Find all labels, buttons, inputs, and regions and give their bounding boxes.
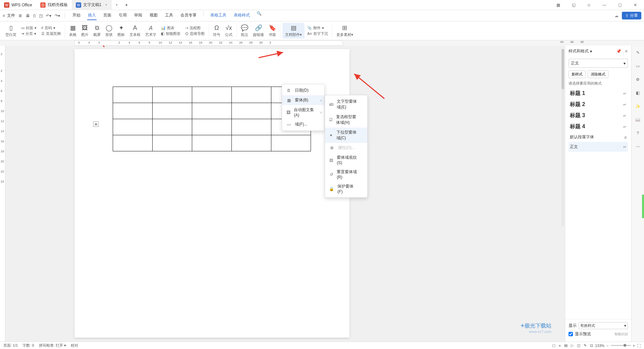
view-page-icon[interactable]: ▢ <box>552 343 555 348</box>
ribbon-attachment[interactable]: 📎附件▾ <box>307 26 328 31</box>
titlebar-avatar-icon[interactable]: ☺ <box>584 0 594 10</box>
status-spellcheck[interactable]: 拼写检查: 打开 ▾ <box>39 343 66 348</box>
rail-select-icon[interactable]: ▭ <box>634 62 642 70</box>
zoom-value[interactable]: 133% <box>595 344 604 348</box>
tab-wps-home[interactable]: W WPS Office <box>0 0 36 10</box>
ribbon-textbox[interactable]: A文本框 <box>127 24 143 37</box>
menu-item-dropdown-field[interactable]: ▾下拉型窗体域(C) <box>325 128 367 143</box>
menu-review[interactable]: 审阅 <box>133 11 143 20</box>
ribbon-cover[interactable]: ▭封面▾ <box>21 26 37 31</box>
preview-checkbox[interactable] <box>569 332 573 336</box>
view-web-icon[interactable]: ▤ <box>564 343 568 348</box>
menu-view[interactable]: 视图 <box>149 11 158 20</box>
chevron-down-icon[interactable]: ▾ <box>590 49 592 54</box>
menu-member[interactable]: 会员专享 <box>180 11 197 20</box>
qat-export-icon[interactable]: ◳ <box>39 13 43 18</box>
titlebar-cube-icon[interactable]: ◱ <box>568 0 579 10</box>
rail-book-icon[interactable]: 📖 <box>634 116 642 123</box>
window-close[interactable]: ✕ <box>630 0 641 10</box>
show-filter-select[interactable]: 有效样式▾ <box>579 322 628 329</box>
zoom-out-icon[interactable]: − <box>606 344 608 348</box>
style-item-body[interactable]: 正文↵ <box>569 142 628 152</box>
cloud-icon[interactable]: ☁ <box>614 13 619 18</box>
zoom-in-icon[interactable]: + <box>633 344 635 348</box>
menu-item-shading[interactable]: ▤窗体域底纹(S) <box>325 153 367 167</box>
window-minimize[interactable]: — <box>599 0 610 10</box>
tab-add-dropdown[interactable]: ▾ <box>122 3 131 7</box>
ribbon-screenshot[interactable]: ⧉截屏 <box>91 24 103 37</box>
rail-help-icon[interactable]: ? <box>634 130 642 137</box>
vertical-scrollbar[interactable] <box>561 49 564 227</box>
style-item-h4[interactable]: 标题 4↵ <box>569 121 628 132</box>
share-button[interactable]: ⇪ 分享 <box>622 12 641 19</box>
zoom-control[interactable]: ⊡ 133% − + ⛶ <box>590 343 641 348</box>
ribbon-table[interactable]: ▦表格 <box>67 24 78 37</box>
menu-tools[interactable]: 工具 <box>164 11 174 20</box>
status-words[interactable]: 字数: 0 <box>22 343 34 348</box>
ribbon-chart[interactable]: 📊图表 <box>161 26 180 31</box>
menu-item-properties[interactable]: ⚙属性(O)... <box>325 143 367 153</box>
view-draft-icon[interactable]: ◫ <box>577 343 580 348</box>
new-style-button[interactable]: 新样式 <box>569 70 586 78</box>
menu-item-date[interactable]: 🗓日期(D) <box>282 86 324 95</box>
tab-add-button[interactable]: ＋ <box>111 2 122 8</box>
fullscreen-icon[interactable]: ⛶ <box>637 344 641 348</box>
scrollbar-thumb[interactable] <box>561 49 564 89</box>
menu-table-style[interactable]: 表格样式 <box>233 11 251 20</box>
ribbon-dropcap[interactable]: A≡首字下沉 <box>307 31 328 36</box>
qat-save-icon[interactable]: 🗎 <box>18 13 22 18</box>
ribbon-doc-parts[interactable]: ▤文档部件▾ <box>282 23 305 39</box>
smart-recog-label[interactable]: 智能识别 <box>614 332 628 337</box>
ribbon-page-break[interactable]: ⇥分页▾ <box>21 31 37 36</box>
zoom-fit-icon[interactable]: ⊡ <box>590 343 593 348</box>
menu-insert[interactable]: 插入 <box>87 11 97 20</box>
menu-item-text-field[interactable]: ab文字型窗体域(E) <box>325 97 367 112</box>
document-table[interactable] <box>113 87 311 151</box>
horizontal-ruler[interactable]: 6 4 2 2 4 6 8 10 12 14 16 18 20 22 24 26… <box>74 40 343 46</box>
ribbon-picture[interactable]: 🖼图片 <box>79 24 91 37</box>
status-page[interactable]: 页面: 1/1 <box>3 343 18 348</box>
ribbon-symbol[interactable]: Ω符号 <box>211 24 222 37</box>
pin-icon[interactable]: 📌 <box>616 49 621 54</box>
ribbon-hyperlink[interactable]: 🔗超链接 <box>251 24 266 37</box>
zoom-slider-thumb[interactable] <box>624 344 626 347</box>
view-outline-icon[interactable]: ≡ <box>559 344 561 348</box>
style-item-h3[interactable]: 标题 3↵ <box>569 110 628 121</box>
menu-table-tools[interactable]: 表格工具 <box>210 11 227 20</box>
ribbon-blank-page[interactable]: ▯空白页 <box>3 24 18 37</box>
menu-item-reset[interactable]: ↺重置窗体域(R) <box>325 167 367 182</box>
qat-redo-icon[interactable]: ↷▾ <box>55 13 60 18</box>
ribbon-icon[interactable]: ✦图标 <box>115 24 127 37</box>
view-split-icon[interactable]: ✎ <box>584 343 587 348</box>
ribbon-shape[interactable]: ◯形状 <box>103 24 115 37</box>
rail-settings-icon[interactable]: ⚙ <box>634 76 642 83</box>
ribbon-flowchart[interactable]: ⇢流程图 <box>185 26 205 31</box>
vertical-ruler[interactable]: 2 2 4 6 8 10 12 14 16 18 20 22 24 <box>0 46 5 342</box>
ribbon-equation[interactable]: √x公式 <box>223 24 234 37</box>
zoom-slider[interactable] <box>611 345 631 346</box>
rail-effects-icon[interactable]: ✨ <box>634 103 642 110</box>
menu-item-form[interactable]: ▦窗体(B)› <box>282 95 324 105</box>
rail-pencil-icon[interactable]: ✎ <box>634 49 642 56</box>
qat-undo-icon[interactable]: ↶▾ <box>46 13 51 18</box>
ribbon-mindmap[interactable]: ⌬思维导图 <box>185 31 205 36</box>
menu-item-field[interactable]: ▭域(F)... <box>282 119 324 129</box>
document-canvas[interactable]: ✥ 🗓日期(D) ▦窗体(B)› 🖼自动图文集(A)› ▭域(F)... ab文… <box>5 46 565 342</box>
ribbon-bookmark[interactable]: 🔖书签 <box>267 24 278 37</box>
status-proof[interactable]: 校对 <box>71 343 78 348</box>
ribbon-more[interactable]: ⊞更多素材▾ <box>334 24 355 37</box>
ribbon-wordart[interactable]: 𝘈艺术字 <box>143 24 158 37</box>
ribbon-smartart[interactable]: ◧智能图形 <box>161 31 180 36</box>
style-item-h1[interactable]: 标题 1↵ <box>569 88 628 99</box>
menu-item-autotext[interactable]: 🖼自动图文集(A)› <box>282 105 324 119</box>
ribbon-page-num[interactable]: #页码▾ <box>41 26 61 31</box>
menu-item-protect[interactable]: 🔒保护窗体(F) <box>325 182 367 196</box>
qat-print-icon[interactable]: ⎙ <box>33 13 36 18</box>
menu-page[interactable]: 页面 <box>103 11 112 20</box>
search-icon[interactable]: 🔍 <box>257 11 262 20</box>
window-maximize[interactable]: ▢ <box>614 0 625 10</box>
tab-document[interactable]: W 文字文稿1 • <box>72 0 111 10</box>
view-read-icon[interactable]: ▷ <box>571 343 574 348</box>
menu-reference[interactable]: 引用 <box>118 11 127 20</box>
hamburger-icon[interactable]: ≡ <box>3 13 5 18</box>
